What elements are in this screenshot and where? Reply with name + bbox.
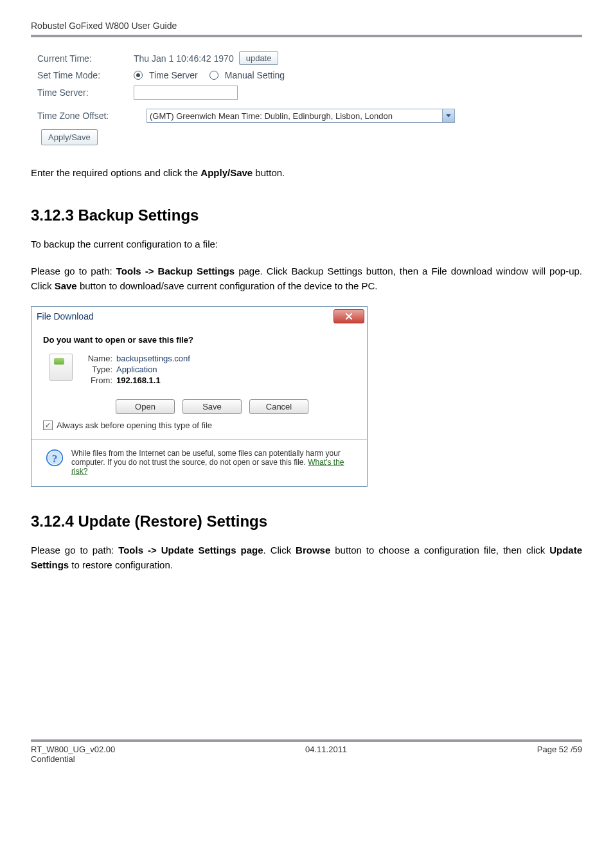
option-manual-label: Manual Setting xyxy=(225,70,285,80)
file-name-value: backupsettings.conf xyxy=(116,354,190,363)
footer-divider xyxy=(31,739,582,742)
radio-manual-setting[interactable] xyxy=(209,71,218,80)
page-footer: RT_W800_UG_v02.00 04.11.2011 Page 52 /59 xyxy=(31,745,582,754)
para-apply-save: Enter the required options and click the… xyxy=(31,166,582,181)
time-server-label: Time Server: xyxy=(37,87,134,98)
update-button[interactable]: update xyxy=(239,51,279,65)
para-backup-intro: To backup the current configuration to a… xyxy=(31,237,582,252)
heading-backup-settings: 3.12.3 Backup Settings xyxy=(31,206,582,224)
footer-center: 04.11.2011 xyxy=(305,745,347,754)
radio-time-server[interactable] xyxy=(134,71,143,80)
page-header: Robustel GoFixed W800 User Guide xyxy=(31,21,582,31)
dialog-question: Do you want to open or save this file? xyxy=(43,335,355,345)
footer-right: Page 52 /59 xyxy=(537,745,582,754)
file-type-label: Type: xyxy=(82,365,112,374)
file-type-value: Application xyxy=(116,365,157,374)
svg-text:?: ? xyxy=(52,452,58,465)
file-icon xyxy=(49,354,73,381)
heading-update-settings: 3.12.4 Update (Restore) Settings xyxy=(31,512,582,530)
chevron-down-icon xyxy=(442,109,454,122)
file-download-dialog: File Download Do you want to open or sav… xyxy=(31,306,368,487)
set-time-mode-label: Set Time Mode: xyxy=(37,70,134,80)
dialog-divider xyxy=(31,439,367,440)
cancel-button[interactable]: Cancel xyxy=(249,399,308,414)
time-server-input[interactable] xyxy=(134,86,238,100)
current-time-label: Current Time: xyxy=(37,53,134,64)
dialog-title: File Download xyxy=(37,311,94,321)
file-from-value: 192.168.1.1 xyxy=(116,375,161,385)
tz-offset-value: (GMT) Greenwich Mean Time: Dublin, Edinb… xyxy=(150,111,393,121)
current-time-value: Thu Jan 1 10:46:42 1970 xyxy=(134,53,234,64)
always-ask-label: Always ask before opening this type of f… xyxy=(57,420,212,430)
tz-offset-select[interactable]: (GMT) Greenwich Mean Time: Dublin, Edinb… xyxy=(147,109,455,123)
save-button[interactable]: Save xyxy=(182,399,242,414)
close-button[interactable] xyxy=(333,309,364,323)
option-time-server-label: Time Server xyxy=(149,70,198,80)
para-backup-path: Please go to path: Tools -> Backup Setti… xyxy=(31,264,582,293)
file-name-label: Name: xyxy=(82,354,112,363)
file-from-label: From: xyxy=(82,375,112,385)
always-ask-checkbox[interactable]: ✓ xyxy=(43,420,53,430)
close-icon xyxy=(345,312,353,320)
header-divider xyxy=(31,35,582,37)
warning-icon: ? xyxy=(46,449,64,467)
tz-offset-label: Time Zone Offset: xyxy=(37,111,147,121)
open-button[interactable]: Open xyxy=(116,399,175,414)
para-update-path: Please go to path: Tools -> Update Setti… xyxy=(31,543,582,572)
footer-confidential: Confidential xyxy=(31,754,582,764)
footer-left: RT_W800_UG_v02.00 xyxy=(31,745,115,754)
warning-text: While files from the Internet can be use… xyxy=(71,449,353,476)
time-settings-panel: Current Time: Thu Jan 1 10:46:42 1970 up… xyxy=(31,44,582,153)
apply-save-button[interactable]: Apply/Save xyxy=(41,129,98,145)
